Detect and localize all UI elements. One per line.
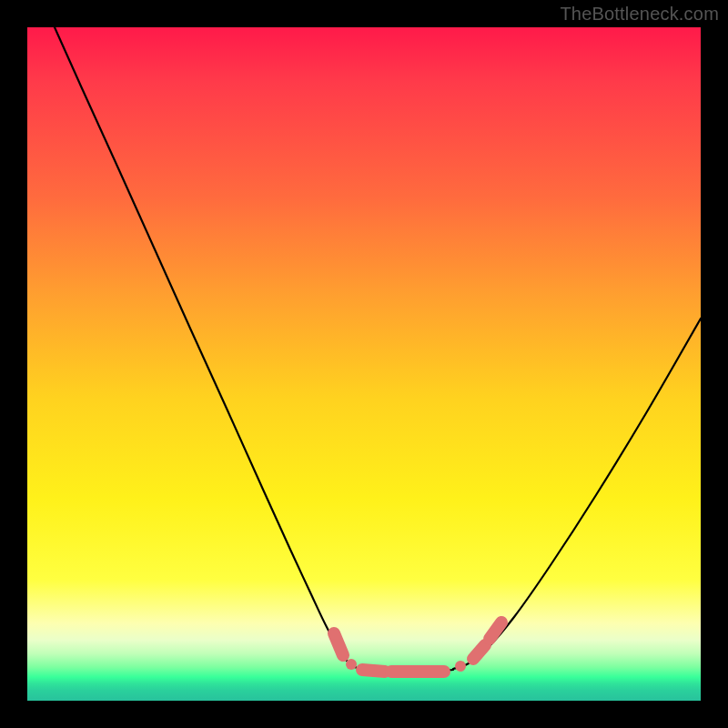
series-left-curve [55,27,367,669]
attribution-text: TheBottleneck.com [560,4,719,25]
markers-group [334,622,501,672]
series-right-curve [453,318,701,669]
curves-group [55,27,701,672]
marker-pill-1 [334,633,343,655]
marker-pill-2 [362,670,385,672]
curve-layer [27,27,701,701]
chart-frame: TheBottleneck.com [0,0,728,728]
marker-dot-2 [455,661,466,672]
marker-dot-1 [346,659,357,670]
marker-pill-4 [473,645,485,659]
plot-area [27,27,701,701]
